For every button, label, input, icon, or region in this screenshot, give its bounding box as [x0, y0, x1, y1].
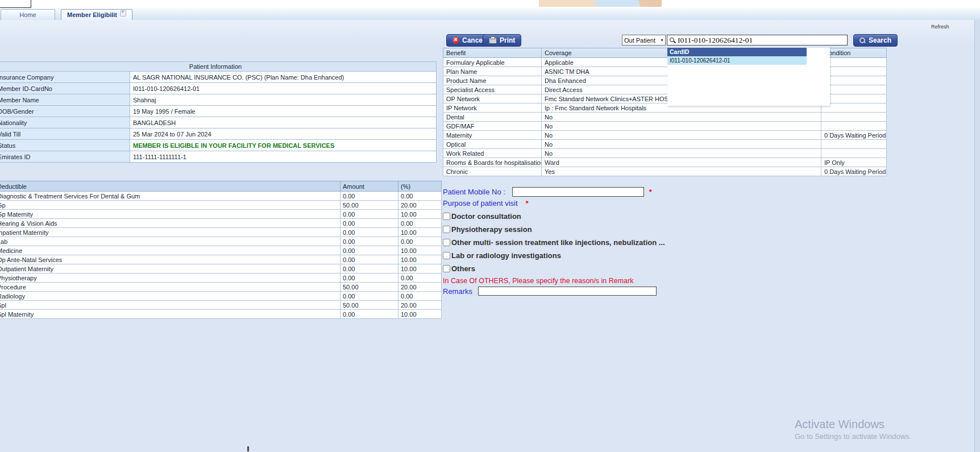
patient-info-row: Member Name Shahnaj	[0, 94, 437, 106]
patient-info-row: Member ID-CardNo I011-010-120626412-01	[0, 83, 437, 94]
percent-header: (%)	[398, 181, 442, 192]
patient-info-value: 25 Mar 2024 to 07 Jun 2024	[130, 128, 437, 140]
purpose-checkbox-row[interactable]: Others	[443, 264, 784, 273]
patient-info-label: Nationality	[0, 117, 130, 128]
tab-close-icon[interactable]	[120, 10, 126, 16]
benefit-cell: Formulary Applicable	[443, 58, 542, 67]
deductible-row: Spl Maternity 0.00 10.00	[0, 310, 442, 319]
patient-info-label: Member ID-CardNo	[0, 83, 130, 94]
remarks-input[interactable]	[478, 287, 657, 296]
remarks-row: Remarks	[443, 287, 784, 296]
checkbox-icon[interactable]	[443, 239, 450, 246]
checkbox-icon[interactable]	[443, 226, 450, 233]
condition-cell	[821, 103, 887, 113]
patient-info-row: Status MEMBER IS ELIGIBLE IN YOUR FACILI…	[0, 140, 437, 151]
condition-cell	[821, 67, 887, 76]
condition-cell	[821, 113, 887, 122]
deductible-header: Deductible	[0, 181, 340, 192]
patient-info-value: AL SAGR NATIONAL INSURANCE CO. (PSC) (Pl…	[130, 72, 437, 83]
tab-home-label: Home	[19, 11, 36, 18]
patient-info-value: Shahnaj	[130, 94, 437, 106]
deductible-row: Lab 0.00 0.00	[0, 237, 442, 246]
print-button-label: Print	[500, 36, 515, 44]
patient-info-label: Emirates ID	[0, 151, 130, 163]
deductible-name-cell: Gp Maternity	[0, 210, 340, 219]
patient-info-label: Status	[0, 140, 130, 151]
deductible-row: Diagnostic & Treatment Services For Dent…	[0, 192, 442, 201]
content-area: Refresh Cancel Print Out Patient I011-01…	[0, 20, 980, 452]
benefit-row: Dental No	[443, 113, 887, 122]
visit-type-select[interactable]: Out Patient	[622, 35, 666, 45]
condition-cell	[821, 122, 887, 131]
deductible-amount-cell: 0.00	[340, 273, 398, 283]
purpose-checkbox-label: Physiotherapy session	[451, 225, 532, 234]
deductible-percent-cell: 0.00	[398, 273, 442, 283]
purpose-checkbox-row[interactable]: Doctor consultation	[443, 212, 784, 221]
deductible-name-cell: Radiology	[0, 292, 340, 301]
checkbox-icon[interactable]	[443, 265, 450, 272]
deductible-name-cell: Procedure	[0, 283, 340, 292]
deductible-percent-cell: 10.00	[398, 310, 442, 319]
cursor-artifact	[247, 446, 249, 451]
deductible-amount-cell: 0.00	[340, 255, 398, 264]
deductible-name-cell: Outpatient Maternity	[0, 264, 340, 273]
checkbox-icon[interactable]	[443, 252, 450, 259]
deductible-percent-cell: 0.00	[398, 237, 442, 246]
deductible-name-cell: Spl Maternity	[0, 310, 340, 319]
tab-home[interactable]: Home	[1, 9, 55, 20]
vertical-scrollbar[interactable]	[974, 20, 980, 452]
deductible-name-cell: Inpatient Maternity	[0, 228, 340, 237]
deductible-amount-cell: 50.00	[340, 201, 398, 210]
patient-info-row: Valid Till 25 Mar 2024 to 07 Jun 2024	[0, 128, 437, 140]
search-icon	[670, 38, 675, 43]
benefit-cell: Specialist Access	[443, 85, 542, 94]
condition-cell	[821, 94, 887, 103]
deductible-name-cell: Hearing & Vision Aids	[0, 219, 340, 228]
deductible-percent-cell: 10.00	[398, 210, 442, 219]
purpose-checkbox-label: Lab or radiology investigations	[451, 251, 561, 260]
condition-cell: IP Only	[821, 158, 887, 167]
purpose-checkbox-row[interactable]: Other multi- session treatment like inje…	[443, 238, 784, 247]
benefit-cell: Plan Name	[443, 67, 542, 76]
checkbox-icon[interactable]	[443, 213, 450, 220]
others-instruction: In Case Of OTHERS, Please specify the re…	[443, 277, 784, 285]
patient-info-value: I011-010-120626412-01	[130, 83, 437, 94]
card-search-input[interactable]: I011-010-120626412-01	[667, 35, 848, 45]
deductible-percent-cell: 0.00	[398, 219, 442, 228]
coverage-cell: No	[542, 149, 821, 158]
benefit-cell: Chronic	[443, 167, 542, 176]
patient-info-label: Insurance Company	[0, 72, 130, 83]
corner-box	[0, 0, 31, 8]
cardid-dropdown-option[interactable]: I011-010-120626412-01	[667, 56, 807, 65]
purpose-checkbox-list: Doctor consultation Physiotherapy sessio…	[443, 212, 784, 273]
deductible-amount-cell: 0.00	[340, 264, 398, 273]
benefit-row: Rooms & Boards for hospitalisation Ward …	[443, 158, 887, 167]
search-button[interactable]: Search	[853, 34, 898, 47]
condition-cell	[821, 76, 887, 85]
benefit-row: Maternity No 0 Days Waiting Period	[443, 131, 887, 140]
benefit-row: Work Related No	[443, 149, 887, 158]
benefit-cell: IP Network	[443, 103, 542, 113]
print-button[interactable]: Print	[483, 34, 521, 47]
deductible-amount-cell: 0.00	[340, 246, 398, 255]
tab-member-eligibility[interactable]: Member Eligibilit	[61, 9, 132, 20]
mobile-input[interactable]	[512, 187, 644, 197]
deductible-percent-cell: 20.00	[398, 201, 442, 210]
patient-info-label: DOB/Gender	[0, 106, 130, 117]
benefit-header: Benefit	[443, 48, 542, 58]
deductible-row: Outpatient Maternity 0.00 10.00	[0, 264, 442, 273]
refresh-link[interactable]: Refresh	[931, 24, 949, 30]
benefit-cell: Dental	[443, 113, 542, 122]
purpose-checkbox-row[interactable]: Lab or radiology investigations	[443, 251, 784, 260]
cancel-button-label: Cancel	[462, 36, 484, 44]
deductible-amount-cell: 50.00	[340, 283, 398, 292]
deductible-name-cell: Diagnostic & Treatment Services For Dent…	[0, 192, 340, 201]
purpose-checkbox-row[interactable]: Physiotherapy session	[443, 225, 784, 234]
patient-info-label: Valid Till	[0, 128, 130, 140]
patient-info-table: Insurance Company AL SAGR NATIONAL INSUR…	[0, 71, 437, 163]
cardid-dropdown: CardID I011-010-120626412-01	[667, 48, 830, 106]
benefit-cell: GDF/MAF	[443, 122, 542, 131]
deductible-name-cell: Op Ante-Natal Services	[0, 255, 340, 264]
deductible-amount-cell: 0.00	[340, 228, 398, 237]
deductible-percent-cell: 0.00	[398, 292, 442, 301]
